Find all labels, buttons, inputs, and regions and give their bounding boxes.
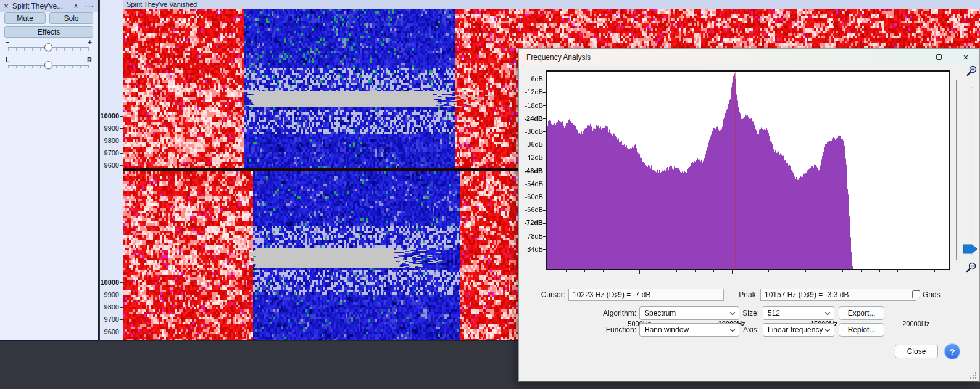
resize-grip[interactable] — [968, 371, 976, 379]
axis-value: Linear frequency — [768, 326, 823, 334]
db-tick-label: -12dB — [519, 88, 543, 96]
grids-label: Grids — [923, 290, 947, 300]
ruler-tick — [120, 307, 123, 308]
function-value: Hann window — [644, 326, 689, 334]
track-title: Spirit They've Vanished — [127, 1, 197, 8]
minimize-button[interactable] — [898, 49, 925, 65]
ruler-label: 9600 — [104, 328, 119, 335]
pan-slider[interactable]: L R — [4, 56, 93, 72]
track-control-panel: × Spirit They've... ∧ ··· Mute Solo Effe… — [0, 0, 99, 341]
ruler-label: 10000 — [100, 279, 119, 286]
close-button[interactable]: Close — [895, 345, 938, 358]
effects-button[interactable]: Effects — [4, 26, 93, 38]
ruler-label: 10000 — [100, 112, 119, 120]
ruler-tick — [120, 319, 123, 320]
track-panel-title[interactable]: Spirit They've... — [12, 2, 69, 10]
db-tick-label: -24dB — [519, 115, 543, 123]
function-label: Function: — [575, 325, 636, 335]
size-value: 512 — [768, 309, 780, 317]
db-tick — [543, 249, 546, 250]
size-select[interactable]: 512 — [763, 306, 834, 320]
replot-button[interactable]: Replot... — [839, 323, 884, 337]
close-window-button[interactable]: × — [952, 49, 979, 65]
db-tick — [543, 105, 546, 106]
db-tick — [543, 158, 546, 158]
ruler-tick — [120, 165, 123, 166]
frequency-ruler[interactable]: 1000099009800970096001000099009800970096… — [100, 0, 123, 341]
db-tick-label: -72dB — [519, 219, 543, 227]
footer-divider — [519, 371, 979, 371]
db-tick — [543, 80, 546, 80]
algorithm-label: Algorithm: — [575, 308, 636, 318]
mute-button[interactable]: Mute — [4, 12, 46, 24]
track-header: × Spirit They've... ∧ ··· — [0, 0, 98, 12]
ruler-tick — [120, 295, 123, 295]
solo-button[interactable]: Solo — [49, 12, 93, 24]
db-tick-label: -78dB — [519, 232, 543, 240]
gain-slider-thumb[interactable] — [44, 43, 52, 51]
frequency-analysis-dialog: Frequency Analysis × -6dB-12dB-18dB-24dB… — [518, 48, 980, 382]
close-icon: × — [963, 52, 969, 62]
ruler-label: 9700 — [104, 316, 119, 323]
zoom-slider-thumb[interactable] — [963, 244, 978, 256]
db-tick-label: -66dB — [519, 206, 543, 214]
export-button[interactable]: Export... — [839, 306, 884, 320]
gain-plus-label: + — [88, 38, 92, 46]
db-tick — [543, 145, 546, 145]
ruler-tick — [120, 282, 123, 283]
track-menu-icon[interactable]: ··· — [83, 2, 96, 10]
db-tick-label: -42dB — [519, 154, 543, 162]
zoom-out-icon[interactable] — [964, 261, 978, 275]
ruler-tick — [120, 153, 123, 154]
cursor-label: Cursor: — [519, 290, 565, 300]
db-tick — [543, 184, 546, 184]
chevron-down-icon — [824, 311, 831, 316]
maximize-icon — [936, 54, 942, 60]
audacity-screen: Spirit They've Vanished × Spirit They've… — [0, 0, 980, 389]
track-title-strip: Spirit They've Vanished — [123, 0, 980, 9]
x-axis-ticks — [547, 270, 949, 275]
ruler-tick — [120, 141, 123, 141]
peak-readout: 10157 Hz (D♯9) = -3.3 dB — [760, 289, 916, 301]
ruler-label: 9800 — [104, 303, 119, 311]
dialog-titlebar[interactable]: Frequency Analysis × — [519, 49, 979, 65]
db-tick-label: -48dB — [519, 167, 543, 175]
ruler-tick — [120, 332, 123, 332]
ruler-label: 9800 — [104, 137, 119, 144]
db-tick-label: -6dB — [519, 75, 543, 83]
ruler-label: 9600 — [104, 162, 119, 169]
collapse-icon[interactable]: ∧ — [69, 2, 83, 9]
spectrum-canvas[interactable] — [547, 72, 949, 269]
db-tick-label: -84dB — [519, 245, 543, 253]
ruler-tick — [120, 128, 123, 129]
axis-label: Axis: — [722, 325, 759, 335]
grids-checkbox[interactable] — [912, 290, 920, 298]
peak-label: Peak: — [726, 290, 758, 300]
chevron-down-icon — [824, 328, 831, 332]
gain-slider[interactable]: – + — [4, 38, 93, 54]
dialog-title: Frequency Analysis — [519, 53, 898, 62]
spectrum-plot[interactable] — [546, 70, 950, 270]
maximize-button[interactable] — [925, 49, 952, 65]
db-tick — [543, 131, 546, 132]
minimize-icon — [908, 57, 915, 57]
zoom-slider-track[interactable] — [971, 87, 973, 255]
pan-right-label: R — [87, 56, 92, 63]
algorithm-value: Spectrum — [644, 309, 676, 317]
db-tick — [543, 223, 546, 224]
zoom-in-icon[interactable] — [965, 65, 978, 78]
axis-select[interactable]: Linear frequency — [763, 323, 834, 337]
db-tick — [543, 171, 546, 171]
zoom-slider-groove — [956, 80, 957, 260]
ruler-label: 9900 — [104, 291, 119, 298]
ruler-tick — [120, 116, 123, 117]
track-close-icon[interactable]: × — [0, 1, 12, 10]
hz-tick-label: 20000Hz — [902, 320, 929, 328]
pan-slider-thumb[interactable] — [44, 61, 52, 69]
help-button[interactable]: ? — [944, 343, 960, 359]
db-tick-label: -54dB — [519, 180, 543, 188]
size-label: Size: — [722, 308, 759, 318]
cursor-readout: 10223 Hz (D♯9) = -7 dB — [568, 289, 724, 301]
db-tick — [543, 92, 546, 93]
db-tick — [543, 118, 546, 119]
